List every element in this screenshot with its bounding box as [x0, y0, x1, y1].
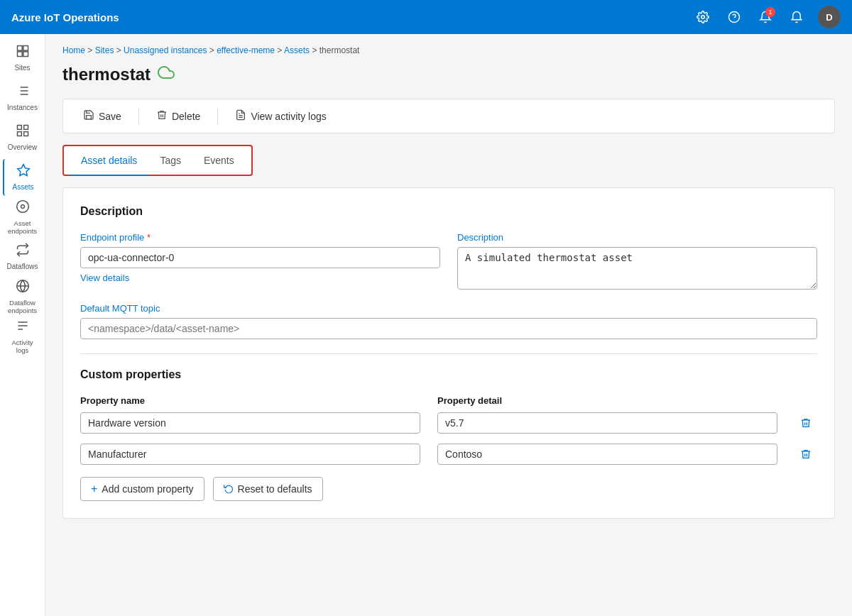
notification-icon[interactable]: 1: [755, 7, 775, 27]
toolbar: Save Delete: [62, 99, 835, 133]
prop-name-1[interactable]: [80, 412, 420, 434]
svg-point-0: [701, 16, 705, 19]
sidebar-label-sites: Sites: [14, 64, 30, 72]
help-icon[interactable]: [724, 7, 744, 27]
alert-icon[interactable]: [787, 7, 807, 27]
svg-marker-17: [17, 165, 29, 176]
sidebar-label-assets: Assets: [12, 183, 33, 192]
required-indicator: *: [147, 232, 151, 243]
sidebar-label-dataflows: Dataflows: [7, 263, 38, 271]
description-section: Description Endpoint profile * View deta…: [80, 205, 817, 339]
mqtt-topic-input[interactable]: [80, 318, 817, 339]
svg-rect-15: [17, 132, 21, 136]
cloud-connected-icon: [158, 64, 175, 84]
svg-point-18: [16, 200, 28, 212]
avatar[interactable]: D: [818, 6, 841, 28]
overview-icon: [16, 123, 30, 141]
description-textarea[interactable]: A simulated thermostat asset: [457, 247, 817, 290]
description-field-label: Description: [457, 232, 817, 243]
delete-button[interactable]: Delete: [148, 105, 209, 127]
tab-tags-label: Tags: [160, 155, 181, 166]
prop-name-2[interactable]: [80, 444, 420, 465]
sidebar-item-instances[interactable]: Instances: [3, 79, 43, 116]
mqtt-topic-label: Default MQTT topic: [80, 303, 817, 314]
col-detail-header: Property detail: [437, 395, 777, 406]
breadcrumb: Home > Sites > Unassigned instances > ef…: [62, 45, 835, 55]
sidebar-label-dataflow-endpoints: Dataflow endpoints: [6, 299, 40, 315]
instances-icon: [16, 84, 30, 101]
breadcrumb-sep-4: >: [277, 45, 284, 55]
nav-icons: 1 D: [693, 6, 841, 28]
settings-icon[interactable]: [693, 7, 713, 27]
save-label: Save: [99, 111, 121, 122]
reset-to-defaults-button[interactable]: Reset to defaults: [213, 477, 323, 501]
endpoint-profile-input[interactable]: [80, 247, 440, 268]
breadcrumb-assets[interactable]: Assets: [284, 45, 310, 55]
breadcrumb-sites[interactable]: Sites: [95, 45, 114, 55]
sidebar-item-asset-endpoints[interactable]: Asset endpoints: [3, 199, 43, 236]
view-activity-logs-button[interactable]: View activity logs: [226, 105, 334, 127]
sidebar-item-dataflows[interactable]: Dataflows: [3, 238, 43, 275]
svg-rect-3: [17, 46, 22, 51]
tab-tags[interactable]: Tags: [148, 146, 192, 176]
delete-label: Delete: [172, 111, 200, 122]
prop-detail-1[interactable]: [437, 412, 777, 434]
sidebar-item-activity-logs[interactable]: Activity logs: [3, 318, 43, 355]
svg-rect-13: [17, 126, 21, 130]
breadcrumb-effective-meme[interactable]: effective-meme: [217, 45, 275, 55]
prop-detail-2[interactable]: [437, 444, 777, 465]
delete-prop-2-button[interactable]: [794, 443, 817, 466]
svg-rect-4: [23, 46, 28, 51]
dataflow-endpoints-icon: [16, 279, 30, 297]
page-title: thermostat: [62, 65, 151, 84]
breadcrumb-unassigned-instances[interactable]: Unassigned instances: [124, 45, 207, 55]
sidebar-item-dataflow-endpoints[interactable]: Dataflow endpoints: [3, 278, 43, 315]
save-button[interactable]: Save: [75, 105, 130, 127]
tab-events-label: Events: [204, 155, 234, 166]
main-layout: Sites Instances Overview: [0, 34, 852, 616]
save-icon: [83, 109, 94, 123]
page-title-row: thermostat: [62, 64, 835, 84]
form-row-mqtt: Default MQTT topic: [80, 303, 817, 339]
endpoint-profile-label: Endpoint profile *: [80, 232, 440, 243]
activity-logs-icon: [16, 319, 30, 336]
svg-rect-5: [17, 52, 22, 57]
activity-log-icon: [235, 109, 246, 123]
reset-to-defaults-label: Reset to defaults: [238, 483, 312, 495]
tab-events[interactable]: Events: [192, 146, 246, 176]
breadcrumb-sep-2: >: [116, 45, 124, 55]
svg-point-19: [21, 204, 24, 208]
sidebar-label-activity-logs: Activity logs: [6, 339, 40, 355]
delete-icon: [156, 109, 168, 123]
top-nav: Azure IoT Operations 1: [0, 0, 852, 34]
description-group: Description A simulated thermostat asset: [457, 232, 817, 292]
svg-rect-16: [23, 132, 28, 136]
tab-asset-details-label: Asset details: [81, 155, 137, 166]
sidebar-label-overview: Overview: [8, 143, 38, 152]
dataflows-icon: [16, 243, 30, 260]
breadcrumb-home[interactable]: Home: [62, 45, 85, 55]
prop-row-2: [80, 443, 817, 466]
sidebar-label-asset-endpoints: Asset endpoints: [6, 219, 40, 236]
sidebar-label-instances: Instances: [7, 104, 38, 112]
mqtt-topic-group: Default MQTT topic: [80, 303, 817, 339]
add-custom-property-button[interactable]: + Add custom property: [80, 477, 204, 501]
assets-icon: [16, 163, 31, 181]
sidebar-item-sites[interactable]: Sites: [3, 40, 43, 77]
tabs-container: Asset details Tags Events: [62, 145, 253, 176]
breadcrumb-sep-3: >: [209, 45, 217, 55]
sidebar-item-assets[interactable]: Assets: [3, 159, 43, 196]
delete-prop-1-button[interactable]: [794, 412, 817, 434]
breadcrumb-current: thermostat: [320, 45, 360, 55]
section-divider: [80, 353, 817, 354]
sidebar-item-overview[interactable]: Overview: [3, 119, 43, 156]
tab-asset-details[interactable]: Asset details: [70, 146, 148, 176]
breadcrumb-sep-1: >: [87, 45, 94, 55]
app-title: Azure IoT Operations: [11, 11, 693, 23]
prop-row-1: [80, 412, 817, 434]
notification-badge: 1: [765, 7, 775, 17]
prop-header-row: Property name Property detail: [80, 395, 817, 406]
action-buttons: + Add custom property Reset to defaults: [80, 477, 817, 501]
toolbar-divider-1: [138, 108, 139, 125]
view-details-link[interactable]: View details: [80, 273, 440, 283]
